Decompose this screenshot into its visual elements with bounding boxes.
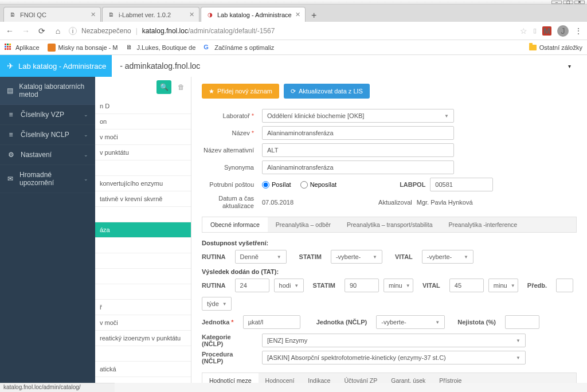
list-item[interactable]: konvertujícího enzymu [95, 176, 191, 191]
tab[interactable]: Garant, úsek [384, 373, 432, 383]
labpol-input[interactable] [430, 178, 493, 191]
apps-button[interactable]: Aplikace [5, 44, 40, 52]
vital-select[interactable]: -vyberte-▼ [422, 250, 473, 264]
forward-button[interactable]: → [21, 26, 31, 36]
browser-tab-active[interactable]: ◑ Lab katalog - Administrace ✕ [201, 7, 306, 22]
back-button[interactable]: ← [5, 26, 15, 36]
close-icon[interactable]: ✕ [91, 11, 96, 18]
list-item[interactable] [95, 269, 191, 284]
list-item[interactable] [95, 284, 191, 300]
home-button[interactable]: ⌂ [53, 26, 63, 36]
date-label: Datum a čas aktualizace [202, 195, 262, 210]
chevron-down-icon: ▼ [222, 301, 227, 307]
rutina-tat-unit[interactable]: hodi▼ [274, 279, 304, 292]
browser-tab[interactable]: 🗎 FNOI QC ✕ [3, 7, 101, 22]
menu-icon[interactable]: ⋮ [574, 26, 582, 36]
max-window[interactable]: ▢ [563, 1, 573, 4]
list-item[interactable] [95, 238, 191, 253]
sidebar-item[interactable]: ✉Hromadné upozornění⌄ [0, 165, 95, 193]
tab-title: FNOI QC [20, 11, 46, 18]
post-send-radio[interactable]: Posílat [262, 181, 291, 189]
vital-tat-unit[interactable]: minu▼ [488, 279, 518, 292]
chevron-down-icon: ⌄ [84, 176, 88, 182]
statim-tat-input[interactable] [345, 279, 379, 292]
browser-tab[interactable]: 🗎 i-Labmet ver. 1.0.2 ✕ [102, 7, 199, 22]
chevron-down-icon: ▼ [435, 320, 440, 325]
sync-lis-button[interactable]: ⟳ Aktualizovat data z LIS [284, 84, 370, 99]
list-item[interactable] [95, 207, 191, 222]
tab[interactable]: Indikace [301, 373, 337, 383]
chevron-down-icon: ▼ [516, 355, 521, 360]
unit-nclp-select[interactable]: -vyberte-▼ [376, 315, 445, 329]
rutina-select[interactable]: Denně▼ [235, 250, 287, 264]
url-field[interactable]: i Nezabezpečeno | katalog.fnol.loc/admin… [69, 27, 514, 35]
sidebar-item[interactable]: ⚙Nastavení⌄ [0, 145, 95, 165]
page-icon: 🗎 [9, 11, 17, 19]
sidebar-item[interactable]: ≡Číselníky VZP⌄ [0, 105, 95, 125]
bookmark-item[interactable]: 🗎 J.Lukes, Boutique de [126, 44, 196, 52]
predb-tat-unit[interactable]: týde▼ [202, 297, 232, 311]
chevron-down-icon: ▼ [444, 113, 449, 119]
list-item[interactable]: atická [95, 362, 191, 377]
close-window[interactable]: ✕ [574, 1, 585, 4]
tab[interactable]: Preanalytika – odběr [268, 217, 339, 232]
sidebar-item[interactable]: ▤Katalog laboratorních metod [0, 77, 95, 105]
info-icon[interactable]: i [69, 27, 77, 35]
rutina-tat-input[interactable] [235, 279, 269, 292]
star-icon[interactable]: ☆ [520, 26, 527, 36]
content-pane: ★ Přidej nový záznam ⟳ Aktualizovat data… [191, 77, 587, 383]
category-select[interactable]: [ENZ] Enzymy▼ [262, 334, 526, 347]
close-icon[interactable]: ✕ [295, 11, 300, 18]
tab[interactable]: Preanalytika -interference [441, 217, 526, 232]
list-item[interactable] [95, 346, 191, 362]
lab-select[interactable]: Oddělení klinické biochemie [OKB]▼ [262, 109, 454, 123]
extension-m-icon[interactable]: M [542, 26, 551, 36]
sidebar-item[interactable]: ≡Číselníky NCLP⌄ [0, 125, 95, 145]
list-item[interactable]: v punktátu [95, 145, 191, 160]
url-host: katalog.fnol.loc [142, 27, 188, 35]
ext-icon[interactable]: ▯ [533, 27, 537, 34]
list-item[interactable]: v moči [95, 315, 191, 331]
min-window[interactable]: – [551, 1, 562, 4]
list-item[interactable]: reatický izoenzym v punktátu [95, 331, 191, 346]
bookmarks-bar: Aplikace Misky na bonsaje - M 🗎 J.Lukes,… [0, 40, 587, 55]
search-button[interactable]: 🔍 [156, 80, 171, 94]
delete-button[interactable]: 🗑 [175, 80, 187, 94]
vital-label: VITAL [395, 253, 413, 260]
list-item[interactable] [95, 253, 191, 269]
list-item[interactable] [95, 160, 191, 176]
predb-tat-input[interactable] [556, 279, 573, 292]
close-icon[interactable]: ✕ [189, 11, 194, 18]
tab[interactable]: Hodnotící meze [202, 373, 259, 383]
list-item[interactable]: tativně v krevní skvrně [95, 191, 191, 207]
list-item[interactable]: áza [95, 222, 191, 238]
statim-select[interactable]: -vyberte-▼ [331, 250, 382, 264]
name-input[interactable] [262, 126, 454, 140]
new-tab-button[interactable]: + [307, 9, 322, 22]
bookmark-item[interactable]: Misky na bonsaje - M [48, 44, 118, 52]
list-item[interactable]: n D [95, 99, 191, 114]
statim-tat-unit[interactable]: minu▼ [383, 279, 413, 292]
tab[interactable]: Účtování ZP [337, 373, 384, 383]
altname-input[interactable] [262, 143, 454, 157]
uncertainty-input[interactable] [505, 315, 539, 329]
tab[interactable]: Hodnocení [259, 373, 302, 383]
list-item[interactable] [95, 377, 191, 383]
syn-input[interactable] [262, 160, 454, 174]
list-item[interactable]: on [95, 114, 191, 130]
post-nosend-radio[interactable]: Neposílat [300, 181, 336, 189]
unit-input[interactable] [243, 315, 300, 329]
list-item[interactable]: v moči [95, 130, 191, 145]
reload-button[interactable]: ⟳ [37, 26, 47, 36]
caret-down-icon[interactable]: ▾ [568, 63, 571, 69]
tab[interactable]: Obecné informace [202, 217, 268, 232]
tab[interactable]: Přístroje [432, 373, 468, 383]
add-record-button[interactable]: ★ Přidej nový záznam [202, 84, 279, 99]
vital-tat-input[interactable] [449, 279, 484, 292]
profile-avatar[interactable]: J [557, 25, 569, 37]
other-bookmarks[interactable]: Ostatní záložky [529, 44, 582, 51]
procedure-select[interactable]: [ASKIN] Absorpční spektrofotometrie-kine… [262, 351, 526, 364]
list-item[interactable]: ř [95, 300, 191, 315]
bookmark-item[interactable]: G Začínáme s optimaliz [204, 44, 274, 52]
tab[interactable]: Preanalytika – transport/stabilita [339, 217, 440, 232]
